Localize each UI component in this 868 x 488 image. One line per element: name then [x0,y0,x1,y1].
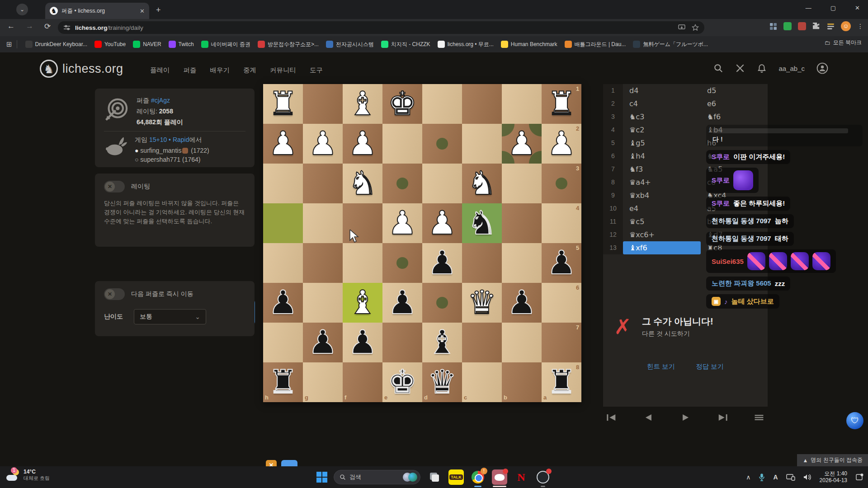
auto-next-toggle[interactable]: ✕ [104,288,125,300]
window-minimize-button[interactable]: — [806,5,811,11]
move-black[interactable]: ♞f6 [701,113,768,121]
move-menu-icon[interactable] [753,413,765,422]
bookmark-item[interactable]: Human Benchmark [497,39,561,49]
board-square-c3[interactable] [462,164,502,203]
board-square-d5[interactable] [422,243,462,283]
board-square-e8[interactable] [382,362,422,402]
bookmark-item[interactable]: lichess.org • 무료... [434,39,497,50]
board-square-h5[interactable] [263,243,303,283]
move-white[interactable]: ♛a4+ [623,178,701,187]
bookmark-item[interactable]: 치지직 - CHZZK [377,39,434,50]
puzzle-id-link[interactable]: #cjAgz [151,97,170,104]
bookmark-item[interactable]: 방문접수창구소포>... [254,39,322,50]
board-square-d8[interactable] [422,362,462,402]
all-bookmarks-button[interactable]: 🗀 모든 북마크 [825,39,862,47]
refresh-button[interactable]: ⟳ [44,22,51,31]
board-square-c2[interactable] [462,124,502,164]
board-square-a2[interactable] [542,124,581,164]
move-dest-dot-d2[interactable] [422,124,462,164]
bookmark-item[interactable]: NAVER [129,39,165,49]
board-square-g8[interactable] [303,362,343,402]
board-square-g7[interactable] [303,323,343,362]
forward-button[interactable]: → [26,22,33,31]
netflix-icon[interactable]: N [514,469,529,485]
network-icon[interactable] [786,474,795,481]
board-square-h1[interactable] [263,84,303,124]
difficulty-select[interactable]: 보통 ⌄ [134,309,206,324]
board-square-c7[interactable] [462,323,502,362]
capture-hint-b2[interactable] [502,124,542,164]
window-close-button[interactable]: ✕ [855,5,860,11]
next-move-button[interactable] [679,413,691,422]
site-info-icon[interactable] [63,24,71,31]
move-white[interactable]: ♛xc6+ [623,230,701,239]
board-square-a7[interactable] [542,323,581,362]
board-square-a5[interactable] [542,243,581,283]
move-white[interactable]: ♛xb4 [623,191,701,200]
browser-menu-icon[interactable]: ⋮ [857,23,863,30]
move-white[interactable]: ♛c2 [623,126,701,134]
board-square-h6[interactable] [263,283,303,323]
notification-center-icon[interactable] [855,473,863,481]
board-square-b8[interactable] [502,362,542,402]
chrome-icon[interactable]: ! [470,469,486,485]
bookmark-item[interactable]: 네이버페이 증권 [198,39,254,50]
bookmark-item[interactable]: YouTube [91,39,129,49]
hint-link[interactable]: 힌트 보기 [647,362,675,371]
bookmark-item[interactable]: 전자공시시스템 [322,39,377,50]
move-dest-dot-e3[interactable] [382,164,422,203]
board-square-f8[interactable] [343,362,382,402]
taskbar-search[interactable]: 검색 [334,470,420,484]
move-black[interactable]: e6 [701,99,768,108]
move-white[interactable]: ♞c3 [623,113,701,121]
nav-item-도구[interactable]: 도구 [310,66,323,75]
start-button[interactable] [316,472,327,483]
extensions-puzzle-icon[interactable] [812,22,821,30]
board-square-e7[interactable] [382,323,422,362]
board-square-b7[interactable] [502,323,542,362]
board-square-g4[interactable] [303,203,343,243]
board-square-f1[interactable] [343,84,382,124]
white-player[interactable]: surfing_mantis [140,147,181,154]
install-app-icon[interactable] [678,24,685,31]
apps-grid-icon[interactable]: ⊞ [6,40,12,48]
browser-tab[interactable]: ♞ 퍼즐 • lichess.org ✕ [45,3,149,19]
move-black[interactable]: d5 [701,86,768,95]
board-square-g5[interactable] [303,243,343,283]
board-square-b1[interactable] [502,84,542,124]
weather-widget[interactable]: 1 14°C 대체로 흐림 [6,468,50,482]
search-icon[interactable] [713,63,723,73]
nav-item-배우기[interactable]: 배우기 [210,66,230,75]
taskbar-clock[interactable]: 오전 1:40 2026-04-13 [820,470,847,484]
last-move-button[interactable] [717,413,728,422]
move-white[interactable]: ♞f3 [623,165,701,174]
discord-icon[interactable] [492,469,507,485]
board-square-f3[interactable] [343,164,382,203]
board-square-e6[interactable] [382,283,422,323]
board-square-e4[interactable] [382,203,422,243]
lichess-logo[interactable]: ♞ lichess.org [40,60,123,78]
username[interactable]: aa_ab_c [778,65,805,72]
nav-item-퍼즐[interactable]: 퍼즐 [184,66,197,75]
board-square-g2[interactable] [303,124,343,164]
move-white[interactable]: ♛c5 [623,217,701,226]
move-white[interactable]: ♝xf6 [623,241,701,254]
tray-chevron-icon[interactable]: ∧ [746,474,750,481]
nav-item-중계[interactable]: 중계 [243,66,256,75]
board-square-g1[interactable] [303,84,343,124]
ime-indicator[interactable]: A [773,474,778,481]
task-view-button[interactable] [427,469,442,485]
solution-link[interactable]: 정답 보기 [696,362,724,371]
obs-icon[interactable] [535,469,551,485]
board-square-c1[interactable] [462,84,502,124]
move-white[interactable]: c4 [623,99,701,108]
nav-item-플레이[interactable]: 플레이 [150,66,170,75]
bookmark-item[interactable]: 배틀그라운드 | Dau... [561,39,630,50]
board-square-h3[interactable] [263,164,303,203]
board-square-g3[interactable] [303,164,343,203]
first-move-button[interactable] [606,413,618,422]
board-square-c8[interactable] [462,362,502,402]
bookmark-item[interactable]: 無料ゲーム「フルーツボ... [629,39,712,50]
board-square-d4[interactable] [422,203,462,243]
extension-red-icon[interactable] [798,22,806,30]
